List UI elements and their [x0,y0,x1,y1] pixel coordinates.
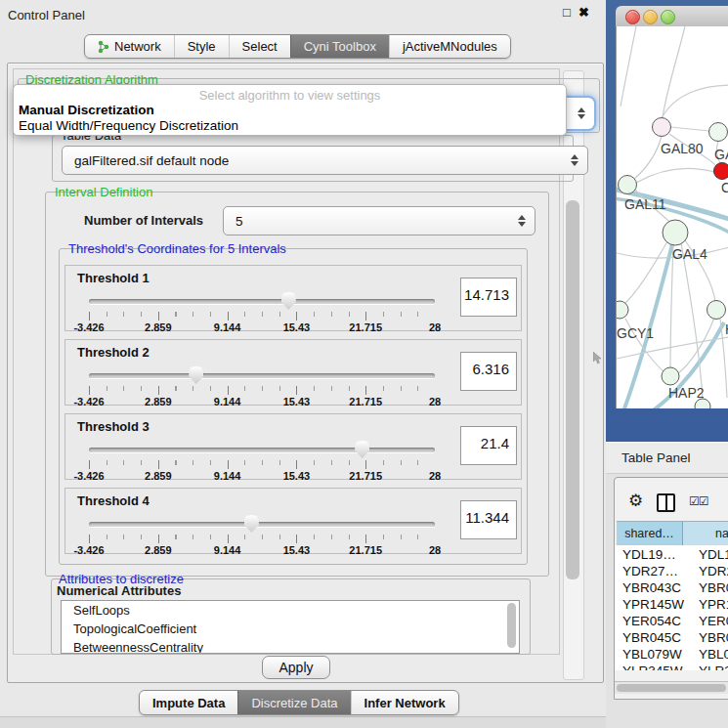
tab-network[interactable]: Network [85,35,174,58]
column-header-name[interactable]: na [683,521,728,546]
table-window: ⚙ ☑☑ shared… na YDL19… YDL1 YDR27… YDR2 … [614,477,728,700]
table-cell[interactable]: YDL19… [622,547,676,562]
node-label: C [721,180,728,195]
tab-style[interactable]: Style [174,35,229,58]
table-cell[interactable]: YER054C [622,614,681,628]
num-intervals-combobox[interactable]: 5 [223,206,535,236]
control-panel-tabbar: Network Style Select Cyni Toolbox jActiv… [84,34,511,59]
tick-label: 2.859 [145,470,172,482]
network-window-titlebar[interactable] [616,6,728,27]
tick-label: 2.859 [145,321,172,333]
slider-track[interactable] [89,299,435,304]
threshold-label: Threshold 4 [77,493,150,508]
list-item[interactable]: SelfLoops [62,601,519,620]
list-item[interactable]: TopologicalCoefficient [62,620,519,638]
gear-icon[interactable]: ⚙ [628,491,643,510]
tick-label: -3.426 [73,396,104,407]
table-cell[interactable]: YDR2 [699,564,728,578]
node-selected-red[interactable] [714,163,728,180]
threshold-slider[interactable]: -3.426 2.859 9.144 15.43 21.715 28 [89,516,435,551]
table-cell[interactable]: YBL0 [699,647,728,662]
algorithm-dropdown-popup: Select algorithm to view settings Manual… [13,84,567,136]
threshold-row: Threshold 1 -3.426 2.859 9.144 15.43 21.… [64,265,522,331]
column-header-shared[interactable]: shared… [617,521,683,546]
network-view[interactable]: GAL80 GA C GAL11 GAL4 GCY1 H HAP2 [616,26,728,408]
tick-label: 2.859 [145,396,172,407]
tick-label: 2.859 [145,544,172,556]
node-label: GAL11 [624,196,666,212]
list-scrollbar-thumb[interactable] [507,603,516,648]
node-gal11[interactable] [619,176,637,194]
zoom-traffic-light-icon[interactable] [661,10,675,24]
table-data-combobox[interactable]: galFiltered.sif default node [62,146,588,175]
slider-track[interactable] [89,373,435,378]
tab-jactivemnodules[interactable]: jActiveMNodules [389,35,510,58]
slider-thumb[interactable] [281,292,296,310]
threshold-value-field[interactable]: 21.4 [460,426,517,465]
tick-label: 15.43 [283,321,311,333]
table-cell[interactable]: YER0 [699,614,728,628]
close-panel-icon[interactable]: ✖ [578,5,589,20]
network-graph: GAL80 GA C GAL11 GAL4 GCY1 H HAP2 [617,26,728,408]
numerical-attributes-list[interactable]: SelfLoops TopologicalCoefficient Between… [61,600,520,654]
node-label: GCY1 [617,325,654,341]
tick-label: 9.144 [214,544,241,556]
tab-infer-network[interactable]: Infer Network [351,691,458,714]
table-cell[interactable]: YBR043C [622,580,681,595]
table-cell[interactable]: YPR1 [699,597,728,612]
tab-select[interactable]: Select [229,35,290,58]
table-cell[interactable]: YLR3 [699,664,728,670]
slider-track[interactable] [89,522,435,527]
split-columns-icon[interactable] [657,493,675,512]
node-h[interactable] [707,301,726,320]
tab-cyni-toolbox[interactable]: Cyni Toolbox [290,35,389,58]
table-cell[interactable]: YBR0 [699,630,728,645]
threshold-slider[interactable]: -3.426 2.859 9.144 15.43 21.715 28 [89,442,435,477]
table-cell[interactable]: YBR0 [699,580,728,595]
minimize-traffic-light-icon[interactable] [643,10,658,24]
threshold-row: Threshold 2 -3.426 2.859 9.144 15.43 21.… [64,339,522,406]
tick-label: 9.144 [214,470,241,482]
bottom-strip [0,717,606,728]
slider-ticks [89,460,435,469]
table-hscrollbar-track[interactable] [615,681,728,694]
table-cell[interactable]: YBR045C [622,630,681,645]
node-label: HAP2 [668,385,705,401]
node-ga[interactable] [709,123,728,142]
table-cell[interactable]: YDR27… [622,564,678,578]
table-cell[interactable]: YPR145W [622,597,684,612]
tick-label: 15.43 [283,470,311,482]
slider-thumb[interactable] [244,515,259,533]
checkbox-pair-icon[interactable]: ☑☑ [689,494,708,508]
close-traffic-light-icon[interactable] [625,10,640,24]
node-gcy1[interactable] [617,301,628,319]
slider-thumb[interactable] [355,441,369,458]
threshold-slider[interactable]: -3.426 2.859 9.144 15.43 21.715 28 [89,293,435,328]
algorithm-option-manual[interactable]: Manual Discretization [16,103,154,117]
apply-button[interactable]: Apply [262,656,330,679]
tab-impute-data[interactable]: Impute Data [140,691,237,714]
node-gal4[interactable] [663,220,688,245]
threshold-value-field[interactable]: 11.344 [460,500,517,539]
table-cell[interactable]: YLR345W [622,664,683,670]
numerical-attributes-heading: Numerical Attributes [57,583,181,598]
tick-label: -3.426 [73,321,104,333]
slider-thumb[interactable] [189,366,203,384]
slider-track[interactable] [89,448,435,452]
float-window-icon[interactable]: □ [563,5,571,20]
threshold-value-field[interactable]: 14.713 [460,278,517,317]
content-scrollbar-thumb[interactable] [566,200,579,579]
table-cell[interactable]: YDL1 [699,547,728,562]
list-item[interactable]: BetweennessCentrality [62,638,519,654]
threshold-value-field[interactable]: 6.316 [460,352,517,391]
node-gal80[interactable] [653,118,671,137]
threshold-slider[interactable]: -3.426 2.859 9.144 15.43 21.715 28 [89,367,435,403]
node-hap2[interactable] [662,367,679,385]
algorithm-option-equal-width[interactable]: Equal Width/Frequency Discretization [16,118,238,133]
table-hscrollbar-thumb[interactable] [617,684,726,692]
table-cell[interactable]: YBL079W [622,647,682,662]
tick-label: 21.715 [349,396,382,407]
threshold-label: Threshold 3 [77,419,150,434]
tab-discretize-data[interactable]: Discretize Data [237,691,350,714]
cyni-bottom-tabbar: Impute Data Discretize Data Infer Networ… [139,690,459,715]
